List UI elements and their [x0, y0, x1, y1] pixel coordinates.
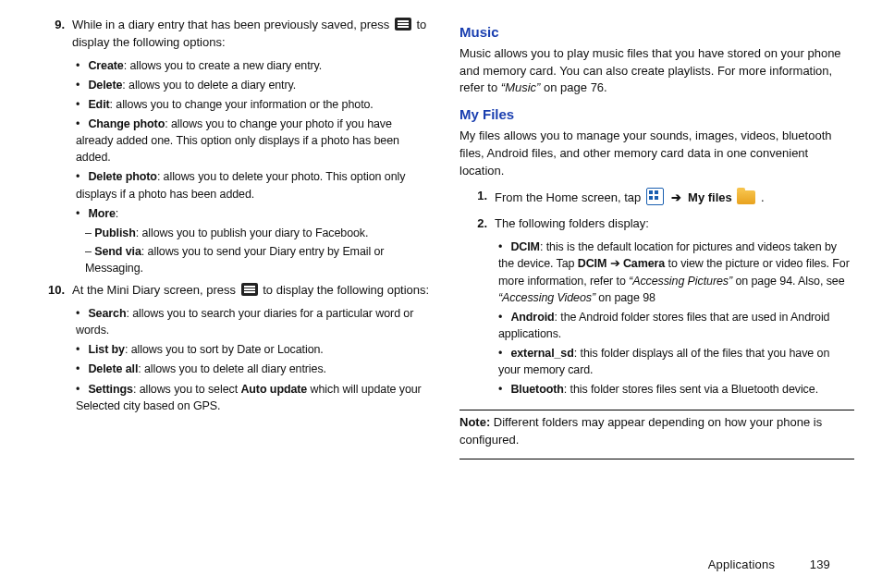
left-column: 9. While in a diary entry that has been …: [37, 17, 432, 463]
section-heading-music: Music: [459, 22, 854, 43]
item9-lead: While in a diary entry that has been pre…: [72, 17, 432, 52]
menu-icon: [395, 18, 411, 31]
folder-bullet: • external_sd: this folder displays all …: [498, 345, 854, 378]
bullet-item: • Delete photo: allows you to delete you…: [76, 168, 432, 202]
dash-item: – Send via: allows you to send your Diar…: [85, 243, 432, 276]
list-number: 1.: [459, 188, 495, 213]
music-paragraph: Music allows you to play music files tha…: [459, 45, 854, 98]
menu-icon: [241, 283, 258, 296]
bullet-item: • More:: [76, 205, 432, 222]
divider: [459, 410, 854, 410]
step-2: 2. The following folders display: • DCIM…: [459, 215, 854, 400]
section-heading-myfiles: My Files: [459, 104, 854, 125]
apps-grid-icon: [646, 188, 664, 205]
step1-text: From the Home screen, tap ➔ My files .: [495, 188, 854, 207]
folder-icon: [737, 190, 755, 204]
step-body: The following folders display: • DCIM: t…: [495, 215, 854, 400]
arrow-icon: ➔: [671, 190, 681, 204]
list-number: 2.: [459, 215, 495, 400]
list-item-9: 9. While in a diary entry that has been …: [37, 17, 432, 278]
page-number: 139: [799, 557, 830, 571]
folder-bullet: • Android: the Android folder stores fil…: [498, 309, 854, 342]
bullet-item: • Delete: allows you to delete a diary e…: [76, 77, 432, 93]
bullet-item: • Change photo: allows you to change you…: [76, 116, 432, 165]
bullet-item: • Edit: allows you to change your inform…: [76, 96, 432, 113]
list-body: At the Mini Diary screen, press to displ…: [72, 282, 432, 417]
bullet-item: • Delete all: allows you to delete all d…: [76, 361, 432, 377]
bullet-item: • Settings: allows you to select Auto up…: [76, 381, 432, 414]
footer-section: Applications: [708, 557, 776, 571]
folder-bullet: • Bluetooth: this folder stores files se…: [498, 381, 854, 398]
right-column: Music Music allows you to play music fil…: [459, 17, 854, 463]
page-footer: Applications 139: [708, 557, 830, 571]
note: Note: Different folders may appear depen…: [459, 414, 854, 449]
bullet-item: • Search: allows you to search your diar…: [76, 305, 432, 338]
list-item-10: 10. At the Mini Diary screen, press to d…: [37, 282, 432, 417]
list-number: 10.: [37, 282, 72, 417]
bullet-item: • Create: allows you to create a new dia…: [76, 57, 432, 74]
item10-lead: At the Mini Diary screen, press to displ…: [72, 282, 432, 300]
step-1: 1. From the Home screen, tap ➔ My files …: [459, 188, 854, 213]
list-body: While in a diary entry that has been pre…: [72, 17, 432, 278]
page: 9. While in a diary entry that has been …: [0, 0, 882, 463]
myfiles-paragraph: My files allows you to manage your sound…: [459, 128, 854, 180]
step2-text: The following folders display:: [495, 215, 854, 233]
dash-item: – Publish: allows you to publish your di…: [85, 225, 432, 241]
list-number: 9.: [37, 17, 72, 278]
bullet-item: • List by: allows you to sort by Date or…: [76, 341, 432, 358]
divider: [459, 459, 854, 459]
folder-bullet: • DCIM: this is the default location for…: [498, 239, 854, 306]
step-body: From the Home screen, tap ➔ My files .: [495, 188, 854, 213]
